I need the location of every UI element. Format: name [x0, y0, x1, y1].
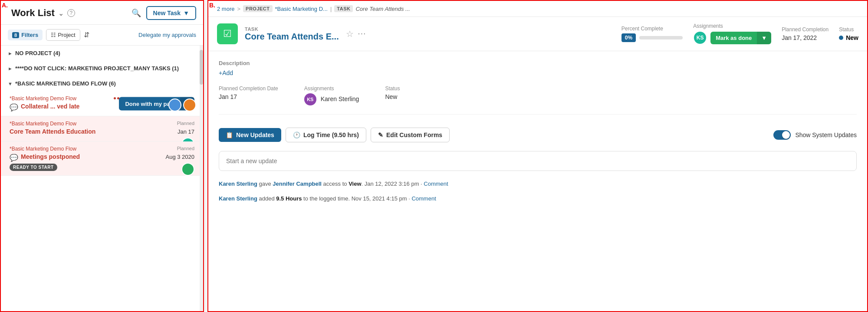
description-label: Description: [219, 60, 857, 66]
status-detail-label: Status: [385, 85, 400, 92]
assignments-detail-label: Assignments: [304, 85, 359, 92]
filter-label: Filters: [21, 32, 38, 38]
panel-a-label: A.: [2, 2, 8, 9]
edit-custom-forms-button[interactable]: ✎ Edit Custom Forms: [371, 128, 450, 142]
worklist-content: ► NO PROJECT (4) ► ****DO NOT CLICK: MAR…: [1, 46, 203, 311]
planned-completion-value: Jan 17, 2022: [782, 34, 829, 41]
assignee-avatar: KS: [693, 31, 707, 45]
more-options-icon[interactable]: ···: [358, 30, 366, 38]
breadcrumb: 2 more > PROJECT *Basic Marketing D... |…: [208, 1, 867, 17]
group-no-project[interactable]: ► NO PROJECT (4): [1, 46, 203, 61]
activity-target-1[interactable]: Jennifer Campbell: [273, 181, 322, 187]
filter-count: 8: [12, 32, 19, 38]
ks-avatar: KS: [304, 93, 316, 105]
task-header-title[interactable]: Core Team Attends E...: [245, 32, 339, 42]
percent-value: 0%: [621, 33, 636, 42]
activity-comment-1[interactable]: Comment: [424, 181, 448, 187]
planned-label-core-team: Planned: [177, 121, 194, 126]
planned-label-meetings: Planned: [177, 146, 194, 151]
action-bar: 📋 New Updates 🕐 Log Time (9.50 hrs) ✎ Ed…: [219, 123, 857, 151]
status-detail-value: New: [385, 93, 400, 100]
chevron-right-icon: ►: [8, 51, 13, 56]
title-chevron-icon[interactable]: ⌄: [58, 9, 64, 17]
header-actions: 🔍 New Task ▼: [132, 6, 196, 20]
star-icon[interactable]: ☆: [346, 29, 354, 39]
group-do-not-click[interactable]: ► ****DO NOT CLICK: MARKETING PROJECT_MA…: [1, 61, 203, 76]
group-basic-marketing[interactable]: ▼ *BASIC MARKETING DEMO FLOW (6): [1, 76, 203, 91]
filter-button[interactable]: 8 Filters: [8, 30, 43, 40]
activity-bold-1: View: [349, 181, 361, 187]
percent-complete-label: Percent Complete: [621, 26, 683, 32]
activity-actor-1[interactable]: Karen Sterling: [219, 181, 257, 187]
planned-date-meetings: Aug 3 2020: [165, 154, 194, 160]
toggle-knob: [782, 131, 790, 139]
clock-icon: 🕐: [293, 131, 300, 138]
task-type-label: TASK: [245, 26, 339, 32]
breadcrumb-task-tag: TASK: [334, 5, 353, 12]
panel-b: B. 2 more > PROJECT *Basic Marketing D..…: [207, 0, 868, 312]
new-updates-label: New Updates: [236, 131, 274, 138]
group-do-not-click-label: ****DO NOT CLICK: MARKETING PROJECT_MANY…: [15, 65, 179, 72]
percent-complete-field: Percent Complete 0%: [621, 26, 683, 42]
chevron-down-icon: ▼: [8, 81, 13, 86]
scrollbar-thumb[interactable]: [200, 50, 203, 85]
task-item-collateral[interactable]: *Basic Marketing Demo Flow 💬 Collateral …: [1, 91, 203, 116]
toolbar: 8 Filters ☷ Project ⇵ Delegate my approv…: [1, 25, 203, 46]
scrollbar-track[interactable]: [200, 46, 203, 311]
breadcrumb-sep-1: >: [237, 6, 240, 12]
assignee-name: Karen Sterling: [321, 95, 359, 102]
progress-bar-track[interactable]: [639, 36, 683, 39]
assignments-label: Assignments: [693, 23, 771, 29]
planned-date-core-team: Jan 17: [178, 128, 194, 135]
status-field: Status New: [839, 26, 858, 41]
task-icon: ☑: [217, 23, 238, 44]
project-label: Project: [58, 32, 75, 38]
help-icon[interactable]: ?: [67, 9, 75, 17]
edit-custom-label: Edit Custom Forms: [386, 131, 442, 138]
description-section: Description +Add: [219, 60, 857, 77]
avatar-group-collateral: [168, 99, 196, 112]
assignments-col: Assignments KS Karen Sterling: [304, 85, 359, 105]
comment-icon: 💬: [10, 103, 18, 112]
task-name-meetings: Meetings postponed: [21, 153, 80, 160]
percent-bar: 0%: [621, 33, 683, 42]
planned-completion-field: Planned Completion Jan 17, 2022: [782, 26, 829, 41]
worklist-header: Work List ⌄ ? 🔍 New Task ▼: [1, 1, 203, 25]
avatar-1: [168, 99, 181, 112]
new-updates-button[interactable]: 📋 New Updates: [219, 128, 281, 142]
delegate-link[interactable]: Delegate my approvals: [138, 32, 196, 38]
show-system-toggle: Show System Updates: [773, 130, 857, 140]
ready-badge-text: READY TO START: [10, 164, 57, 171]
activity-comment-2[interactable]: Comment: [411, 195, 436, 202]
pencil-icon: ✎: [378, 131, 383, 138]
mark-as-done-button[interactable]: Mark as done ▼: [710, 32, 771, 44]
activity-log: Karen Sterling gave Jennifer Campbell ac…: [219, 180, 857, 203]
mark-done-arrow-icon: ▼: [757, 32, 771, 44]
panel-b-label: B.: [209, 2, 215, 9]
project-view-button[interactable]: ☷ Project: [46, 29, 80, 41]
new-task-chevron-icon: ▼: [183, 10, 189, 16]
task-item-meetings[interactable]: *Basic Marketing Demo Flow 💬 Meetings po…: [1, 141, 203, 176]
planned-date-value: Jan 17: [219, 93, 278, 100]
breadcrumb-more[interactable]: 2 more: [217, 6, 234, 12]
task-name-collateral: Collateral ... ved late: [21, 103, 79, 110]
activity-actor-2[interactable]: Karen Sterling: [219, 195, 257, 202]
new-updates-icon: 📋: [226, 131, 233, 138]
add-description-link[interactable]: +Add: [219, 69, 233, 76]
log-time-button[interactable]: 🕐 Log Time (9.50 hrs): [286, 128, 366, 142]
task-header-actions: ☆ ···: [346, 29, 366, 39]
status-text: New: [846, 34, 858, 41]
new-task-button[interactable]: New Task ▼: [146, 6, 196, 20]
group-no-project-label: NO PROJECT (4): [15, 50, 60, 56]
status-label: Status: [839, 26, 858, 33]
new-update-input[interactable]: [219, 151, 857, 171]
sort-button[interactable]: ⇵: [84, 31, 89, 39]
show-system-label: Show System Updates: [795, 131, 857, 138]
task-project-collateral: *Basic Marketing Demo Flow: [10, 95, 108, 102]
task-item-core-team[interactable]: *Basic Marketing Demo Flow Core Team Att…: [1, 116, 203, 141]
search-button[interactable]: 🔍: [132, 8, 141, 18]
status-detail-col: Status New: [385, 85, 400, 105]
breadcrumb-task-name: Core Team Attends ...: [355, 6, 410, 12]
breadcrumb-project-name[interactable]: *Basic Marketing D...: [275, 6, 328, 12]
toggle-switch[interactable]: [773, 130, 791, 140]
